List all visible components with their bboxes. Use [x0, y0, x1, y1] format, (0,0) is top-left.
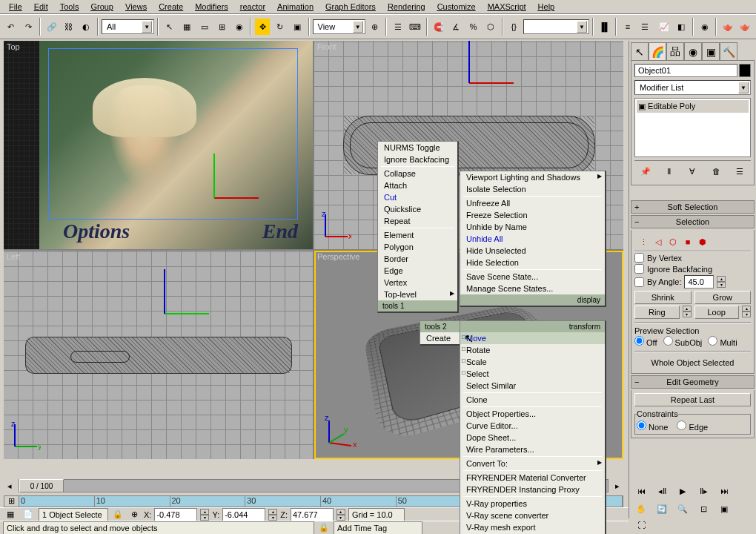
ctx-ignoreback[interactable]: Ignore Backfacing — [378, 154, 457, 165]
ctx-toplevel[interactable]: Top-level — [378, 289, 457, 300]
grow-button[interactable]: Grow — [694, 291, 752, 304]
layers-button[interactable]: ☰ — [637, 18, 653, 36]
preview-subobj-radio[interactable] — [663, 336, 673, 346]
time-next-button[interactable]: ▸ — [611, 477, 623, 495]
menu-group[interactable]: Group — [84, 1, 119, 13]
tab-display[interactable]: ▣ — [702, 42, 720, 60]
schematic-button[interactable]: ◧ — [674, 18, 689, 36]
named-selset-combo[interactable]: ▼ — [523, 19, 589, 34]
ctx-freeze[interactable]: Freeze Selection — [460, 209, 605, 221]
configure-button[interactable]: ☰ — [732, 164, 747, 179]
ctx-collapse[interactable]: Collapse — [378, 168, 457, 179]
ctx-polygon[interactable]: Polygon — [378, 241, 457, 253]
menu-tools[interactable]: Tools — [54, 1, 85, 13]
ctx-border[interactable]: Border — [378, 253, 457, 265]
menu-modifiers[interactable]: Modifiers — [189, 1, 234, 13]
subobj-border-icon[interactable]: ⬡ — [667, 236, 679, 248]
redo-button[interactable]: ↷ — [20, 18, 36, 36]
select-paint-button[interactable]: ◉ — [231, 18, 247, 36]
select-name-button[interactable]: ▦ — [179, 18, 195, 36]
select-rect-button[interactable]: ▭ — [196, 18, 212, 36]
modifier-stack[interactable]: ▣ Editable Poly — [634, 98, 751, 157]
menu-help[interactable]: Help — [532, 1, 561, 13]
z-spinner[interactable]: ▴▾ — [336, 509, 345, 521]
y-coord-input[interactable]: -6.044 — [222, 508, 265, 521]
pin-stack-button[interactable]: 📌 — [638, 164, 653, 179]
menu-grapheditors[interactable]: Graph Editors — [319, 1, 382, 13]
tab-create[interactable]: ↖ — [631, 42, 649, 60]
modifier-list-combo[interactable]: Modifier List▼ — [634, 80, 751, 95]
ring-button[interactable]: Ring — [634, 306, 680, 319]
constraint-edge-radio[interactable] — [677, 421, 686, 430]
subobj-element-icon[interactable]: ⬢ — [697, 236, 709, 248]
viewport-top[interactable]: Top Options End — [4, 41, 313, 249]
menu-animation[interactable]: Animation — [271, 1, 319, 13]
timetag-lock-button[interactable]: 🔒 — [317, 522, 331, 534]
ctx-vray-mesh[interactable]: V-Ray mesh export — [460, 521, 605, 533]
angle-input[interactable] — [684, 275, 714, 289]
menu-edit[interactable]: Edit — [28, 1, 54, 13]
x-spinner[interactable]: ▴▾ — [200, 509, 209, 521]
ctx-edge[interactable]: Edge — [378, 265, 457, 277]
curve-editor-button[interactable]: 📈 — [656, 18, 672, 36]
goto-end-button[interactable]: ⏭ — [714, 484, 734, 498]
ctx-unhide-name[interactable]: Unhide by Name — [460, 221, 605, 233]
z-coord-input[interactable]: 47.677 — [291, 508, 334, 521]
goto-start-button[interactable]: ⏮ — [631, 484, 651, 498]
loop-button[interactable]: Loop — [694, 306, 740, 319]
bind-button[interactable]: ◐ — [79, 18, 94, 36]
repeatlast-button[interactable]: Repeat Last — [634, 393, 751, 406]
ctx-curveeditor[interactable]: Curve Editor... — [460, 420, 605, 432]
ctx-cut[interactable]: Cut — [378, 191, 457, 203]
material-editor-button[interactable]: ◉ — [697, 18, 712, 36]
rollout-softsel[interactable]: Soft Selection — [631, 200, 755, 214]
subobj-poly-icon[interactable]: ■ — [682, 236, 694, 248]
angle-snap-button[interactable]: ∡ — [448, 18, 463, 36]
ctx-attach[interactable]: Attach — [378, 179, 457, 191]
script-button[interactable]: 📄 — [21, 509, 36, 521]
tab-utilities[interactable]: 🔨 — [720, 42, 737, 60]
menu-file[interactable]: File — [3, 1, 28, 13]
render-setup-button[interactable]: 🫖 — [720, 18, 735, 36]
ctx-vray-props[interactable]: V-Ray properties — [460, 498, 605, 510]
rollout-editgeom[interactable]: Edit Geometry — [631, 375, 755, 389]
zoom-button[interactable]: 🔍 — [673, 501, 692, 516]
move-button[interactable]: ✥ — [254, 18, 270, 36]
undo-button[interactable]: ↶ — [3, 18, 19, 36]
menu-views[interactable]: Views — [119, 1, 153, 13]
spinner-snap-button[interactable]: ⬡ — [483, 18, 498, 36]
maximize-viewport-button[interactable]: ⛶ — [631, 518, 651, 533]
ctx-fry-inst[interactable]: FRYRENDER Instancing Proxy — [460, 484, 605, 495]
percent-snap-button[interactable]: % — [465, 18, 481, 36]
ctx-clone[interactable]: Clone — [460, 394, 605, 406]
rollout-selection[interactable]: Selection — [631, 215, 755, 228]
prev-frame-button[interactable]: ◂Ⅱ — [652, 484, 672, 498]
preview-off-radio[interactable] — [634, 336, 644, 346]
ctx-dopesheet[interactable]: Dope Sheet... — [460, 432, 605, 444]
align-button[interactable]: ≡ — [620, 18, 635, 36]
ctx-fry-mat[interactable]: FRYRENDER Material Converter — [460, 472, 605, 484]
link-button[interactable]: 🔗 — [44, 18, 59, 36]
menu-create[interactable]: Create — [153, 1, 189, 13]
constraint-none-radio[interactable] — [637, 421, 646, 430]
tab-hierarchy[interactable]: 品 — [666, 42, 684, 60]
render-button[interactable]: 🫖 — [737, 18, 753, 36]
manipulate-button[interactable]: ☰ — [390, 18, 405, 36]
unlink-button[interactable]: ⛓ — [61, 18, 76, 36]
menu-maxscript[interactable]: MAXScript — [482, 1, 532, 13]
zoom-extents-button[interactable]: ▣ — [714, 501, 734, 516]
rotate-button[interactable]: ↻ — [272, 18, 288, 36]
time-prev-button[interactable]: ◂ — [4, 477, 16, 495]
tab-motion[interactable]: ◉ — [684, 42, 702, 60]
ctx-vray-conv[interactable]: V-Ray scene converter — [460, 510, 605, 521]
object-color-swatch[interactable] — [739, 64, 751, 77]
script-listener-button[interactable]: ▦ — [3, 509, 18, 521]
keyboard-button[interactable]: ⌨ — [408, 18, 423, 36]
ctx-vertex[interactable]: Vertex — [378, 277, 457, 289]
ctx-objprops[interactable]: Object Properties... — [460, 408, 605, 420]
named-selset-button[interactable]: {} — [506, 18, 522, 36]
selection-filter-combo[interactable]: All▼ — [102, 19, 154, 34]
ctx-element[interactable]: Element — [378, 229, 457, 241]
snap-button[interactable]: 🧲 — [431, 18, 446, 36]
pan-button[interactable]: ✋ — [631, 501, 651, 516]
